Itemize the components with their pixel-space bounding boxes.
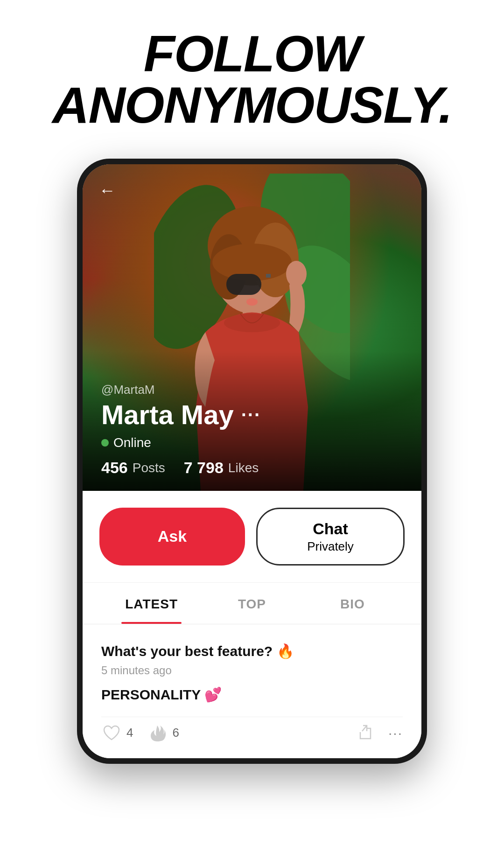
- post-actions: 4 6: [101, 717, 403, 744]
- profile-image-area: ← @MartaM Marta May ··· Online 456: [83, 164, 421, 491]
- heart-icon: [101, 723, 122, 743]
- tabs-row: LATEST TOP BIO: [83, 583, 421, 624]
- header-title: FOLLOW ANONYMOUSLY.: [19, 28, 485, 131]
- svg-point-10: [246, 298, 258, 306]
- online-indicator: [101, 439, 109, 447]
- posts-stat: 456 Posts: [101, 459, 165, 477]
- svg-rect-9: [266, 274, 271, 278]
- profile-username: @MartaM: [101, 383, 403, 397]
- fire-count: 6: [172, 726, 179, 740]
- share-icon: [354, 722, 374, 742]
- tab-bio[interactable]: BIO: [302, 583, 403, 624]
- posts-label: Posts: [133, 461, 165, 475]
- stats-row: 456 Posts 7 798 Likes: [101, 459, 403, 477]
- svg-point-13: [224, 314, 280, 332]
- more-options-button[interactable]: ···: [241, 405, 261, 426]
- likes-count: 7 798: [184, 459, 224, 477]
- chat-privately-button[interactable]: Chat Privately: [256, 508, 405, 566]
- phone-screen: ← @MartaM Marta May ··· Online 456: [83, 164, 421, 758]
- tab-latest[interactable]: LATEST: [101, 583, 202, 624]
- profile-name-row: Marta May ···: [101, 400, 403, 430]
- back-button[interactable]: ←: [99, 181, 116, 200]
- fire-action[interactable]: 6: [147, 723, 179, 743]
- post-question: What's your best feature? 🔥: [101, 643, 403, 659]
- like-count: 4: [126, 726, 133, 740]
- post-answer: PERSONALITY 💕: [101, 686, 403, 703]
- tab-top[interactable]: TOP: [202, 583, 302, 624]
- post-timestamp: 5 minutes ago: [101, 664, 403, 677]
- phone-frame: ← @MartaM Marta May ··· Online 456: [77, 159, 427, 764]
- chat-button-main-label: Chat: [313, 518, 348, 539]
- phone-wrapper: ← @MartaM Marta May ··· Online 456: [77, 159, 427, 764]
- content-area: What's your best feature? 🔥 5 minutes ag…: [83, 624, 421, 758]
- online-row: Online: [101, 435, 403, 450]
- profile-info-overlay: @MartaM Marta May ··· Online 456 Posts: [101, 383, 403, 477]
- likes-stat: 7 798 Likes: [184, 459, 259, 477]
- more-post-options-button[interactable]: ···: [388, 725, 403, 741]
- profile-name: Marta May: [101, 400, 234, 430]
- online-text: Online: [113, 435, 151, 450]
- like-action[interactable]: 4: [101, 723, 133, 743]
- action-buttons: Ask Chat Privately: [83, 491, 421, 582]
- chat-button-sub-label: Privately: [307, 539, 354, 555]
- posts-count: 456: [101, 459, 128, 477]
- svg-point-12: [286, 261, 307, 287]
- svg-line-14: [362, 726, 367, 731]
- fire-icon: [147, 723, 168, 743]
- svg-rect-8: [226, 274, 261, 295]
- likes-label: Likes: [228, 461, 259, 475]
- share-button[interactable]: [354, 722, 374, 744]
- ask-button[interactable]: Ask: [99, 508, 245, 566]
- header-section: FOLLOW ANONYMOUSLY.: [0, 0, 504, 149]
- tabs-section: LATEST TOP BIO: [83, 582, 421, 624]
